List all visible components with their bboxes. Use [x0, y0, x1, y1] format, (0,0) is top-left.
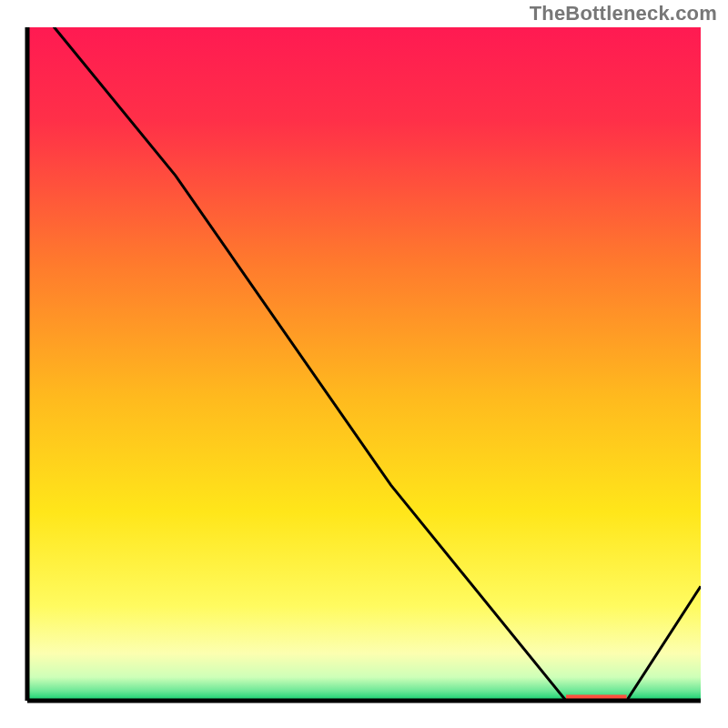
bottleneck-chart — [0, 0, 728, 728]
chart-background — [27, 27, 701, 701]
